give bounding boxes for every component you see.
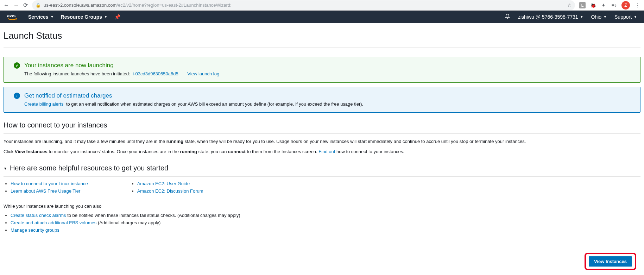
alert-info-title: Get notified of estimated charges [24, 92, 634, 99]
caret-down-icon: ▼ [634, 15, 637, 19]
while-launching-list: Create status check alarms to be notifie… [4, 213, 640, 233]
resource-link[interactable]: Amazon EC2: Discussion Forum [137, 188, 203, 194]
reload-icon[interactable]: ⟳ [23, 2, 28, 8]
manage-security-groups-link[interactable]: Manage security groups [11, 227, 59, 233]
extension-debug-icon[interactable]: 🐞 [590, 2, 596, 8]
menu-resource-groups-label: Resource Groups [61, 14, 102, 20]
content-area: Launch Status ✔ Your instances are now l… [0, 23, 644, 263]
url-host: us-east-2.console.aws.amazon.com [44, 2, 116, 8]
nav-back-button[interactable]: ← [4, 2, 9, 8]
create-ebs-volumes-link[interactable]: Create and attach additional EBS volumes [11, 220, 96, 225]
instance-id-link[interactable]: i-03cd3d9630650a6d5 [133, 71, 178, 76]
alert-info-suffix: to get an email notification when estima… [66, 101, 363, 107]
alert-success-title: Your instances are now launching [24, 62, 634, 69]
resource-link[interactable]: How to connect to your Linux instance [11, 181, 88, 186]
connect-para-1: Your instances are launching, and it may… [4, 138, 640, 145]
profile-avatar[interactable]: Z [621, 1, 630, 10]
address-bar[interactable]: 🔒 us-east-2.console.aws.amazon.com/ec2/v… [32, 0, 575, 10]
browser-chrome-bar: ← → ⟳ 🔒 us-east-2.console.aws.amazon.com… [0, 0, 644, 11]
list-item: Manage security groups [11, 227, 640, 233]
list-item: Create status check alarms to be notifie… [11, 213, 640, 218]
view-instances-button[interactable]: View Instances [589, 256, 632, 263]
find-out-link[interactable]: Find out [318, 149, 335, 154]
chrome-right-icons: L 🐞 ✦ ≡♪ Z ⋮ [579, 1, 640, 10]
alert-success-body: The following instance launches have bee… [24, 70, 634, 77]
notifications-bell-icon[interactable] [505, 13, 510, 20]
menu-account[interactable]: zishiwu @ 5766-3598-7731 ▼ [518, 14, 583, 20]
alert-info-body: Create billing alerts to get an email no… [24, 101, 634, 108]
caret-down-icon: ▼ [580, 15, 583, 19]
section-resources-heading[interactable]: Here are some helpful resources to get y… [4, 164, 640, 177]
aws-logo[interactable]: aws [7, 13, 21, 21]
resource-links-col1: How to connect to your Linux instance Le… [4, 181, 88, 196]
menu-services-label: Services [28, 14, 49, 20]
page-title: Launch Status [4, 30, 640, 48]
extensions-puzzle-icon[interactable]: ✦ [600, 2, 607, 8]
caret-down-icon: ▼ [104, 15, 107, 19]
nav-forward-button[interactable]: → [13, 2, 19, 8]
view-launch-log-link[interactable]: View launch log [187, 71, 219, 76]
lock-icon: 🔒 [36, 3, 41, 8]
list-item: Learn about AWS Free Usage Tier [11, 188, 88, 194]
reading-list-icon[interactable]: ≡♪ [611, 2, 617, 8]
resource-link[interactable]: Learn about AWS Free Usage Tier [11, 188, 80, 194]
header-right-menu: zishiwu @ 5766-3598-7731 ▼ Ohio ▼ Suppor… [505, 13, 637, 20]
section-connect-heading: How to connect to your instances [4, 121, 640, 134]
svg-text:aws: aws [7, 13, 16, 18]
connect-para-2: Click View Instances to monitor your ins… [4, 148, 640, 156]
caret-down-icon: ▼ [51, 15, 54, 19]
list-item: Create and attach additional EBS volumes… [11, 220, 640, 225]
url-path: /ec2/v2/home?region=us-east-2#LaunchInst… [116, 2, 231, 8]
list-item: Amazon EC2: User Guide [137, 181, 203, 186]
caret-down-icon: ▼ [604, 15, 607, 19]
menu-resource-groups[interactable]: Resource Groups ▼ [61, 14, 107, 20]
resource-links-columns: How to connect to your Linux instance Le… [4, 181, 640, 196]
alert-billing-info: i Get notified of estimated charges Crea… [4, 87, 640, 113]
highlight-annotation: View Instances [585, 253, 636, 263]
alert-launch-success: ✔ Your instances are now launching The f… [4, 57, 640, 83]
list-item: Amazon EC2: Discussion Forum [137, 188, 203, 194]
chrome-menu-icon[interactable]: ⋮ [634, 2, 640, 8]
menu-support[interactable]: Support ▼ [614, 14, 637, 20]
bottom-action-area: View Instances [585, 253, 636, 263]
resource-link[interactable]: Amazon EC2: User Guide [137, 181, 190, 186]
menu-account-label: zishiwu @ 5766-3598-7731 [518, 14, 578, 20]
url-text: us-east-2.console.aws.amazon.com/ec2/v2/… [44, 2, 564, 8]
menu-region[interactable]: Ohio ▼ [591, 14, 607, 20]
extension-l-icon[interactable]: L [579, 2, 586, 8]
create-billing-alerts-link[interactable]: Create billing alerts [24, 101, 63, 107]
while-launching-intro: While your instances are launching you c… [4, 203, 640, 210]
check-circle-icon: ✔ [14, 62, 20, 69]
star-icon[interactable]: ☆ [567, 2, 572, 8]
nav-arrows: ← → [4, 2, 19, 8]
pin-icon[interactable]: 📌 [114, 14, 120, 20]
menu-region-label: Ohio [591, 14, 602, 20]
menu-support-label: Support [614, 14, 632, 20]
create-status-check-alarms-link[interactable]: Create status check alarms [11, 213, 66, 218]
alert-success-prefix: The following instance launches have bee… [24, 71, 130, 76]
list-item: How to connect to your Linux instance [11, 181, 88, 186]
aws-header: aws Services ▼ Resource Groups ▼ 📌 zishi… [0, 11, 644, 23]
menu-services[interactable]: Services ▼ [28, 14, 54, 20]
resource-links-col2: Amazon EC2: User Guide Amazon EC2: Discu… [130, 181, 203, 196]
info-circle-icon: i [14, 93, 20, 99]
